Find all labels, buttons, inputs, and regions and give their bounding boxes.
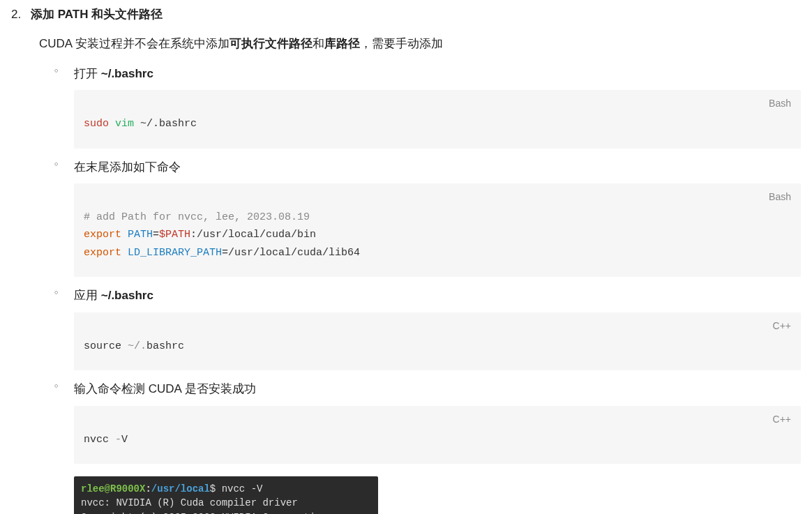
terminal-path: /usr/local <box>151 483 210 494</box>
code-content: nvcc -V <box>84 431 791 449</box>
para-bold1: 可执行文件路径 <box>230 37 313 50</box>
code-block[interactable]: C++nvcc -V <box>74 406 801 464</box>
intro-paragraph: CUDA 安装过程并不会在系统中添加可执行文件路径和库路径，需要手动添加 <box>39 35 801 53</box>
path-segment: ~/.bashrc <box>101 67 153 80</box>
terminal-output: rlee@R9000X:/usr/local$ nvcc -V nvcc: NV… <box>74 476 378 514</box>
ordered-item-title: 添加 PATH 和头文件路径 <box>31 6 163 24</box>
code-content: sudo vim ~/.bashrc <box>84 115 791 133</box>
para-and: 和 <box>313 37 324 50</box>
code-language-label: C++ <box>773 318 791 335</box>
code-language-label: Bash <box>769 96 791 112</box>
code-block[interactable]: Bashsudo vim ~/.bashrc <box>74 90 801 149</box>
code-content: source ~/.bashrc <box>84 338 791 356</box>
code-language-label: Bash <box>769 189 791 206</box>
list-item: 输入命令检测 CUDA 是否安装成功C++nvcc -Vrlee@R9000X:… <box>39 380 801 514</box>
list-item: 打开 ~/.bashrcBashsudo vim ~/.bashrc <box>39 65 801 149</box>
terminal-colon: : <box>145 483 151 494</box>
terminal-prompt: $ nvcc -V <box>210 483 263 494</box>
list-item-heading: 应用 ~/.bashrc <box>74 287 801 305</box>
list-item-heading: 打开 ~/.bashrc <box>74 65 801 83</box>
para-post: ，需要手动添加 <box>360 37 443 50</box>
list-item: 在末尾添加如下命令Bash# add Path for nvcc, lee, 2… <box>39 158 801 278</box>
list-item-heading: 输入命令检测 CUDA 是否安装成功 <box>74 380 801 398</box>
list-item-heading: 在末尾添加如下命令 <box>74 158 801 176</box>
para-bold2: 库路径 <box>324 37 360 50</box>
ordered-item-header: 2. 添加 PATH 和头文件路径 <box>11 6 801 24</box>
terminal-user: rlee@R9000X <box>81 483 145 494</box>
ordered-item-number: 2. <box>11 6 24 24</box>
sub-list: 打开 ~/.bashrcBashsudo vim ~/.bashrc在末尾添加如… <box>39 65 801 514</box>
code-language-label: C++ <box>773 411 791 428</box>
para-pre: CUDA 安装过程并不会在系统中添加 <box>39 37 230 50</box>
code-block[interactable]: C++source ~/.bashrc <box>74 312 801 371</box>
path-segment: ~/.bashrc <box>101 289 153 302</box>
code-block[interactable]: Bash# add Path for nvcc, lee, 2023.08.19… <box>74 183 801 278</box>
list-item: 应用 ~/.bashrcC++source ~/.bashrc <box>39 287 801 370</box>
code-content: # add Path for nvcc, lee, 2023.08.19 exp… <box>84 209 791 262</box>
